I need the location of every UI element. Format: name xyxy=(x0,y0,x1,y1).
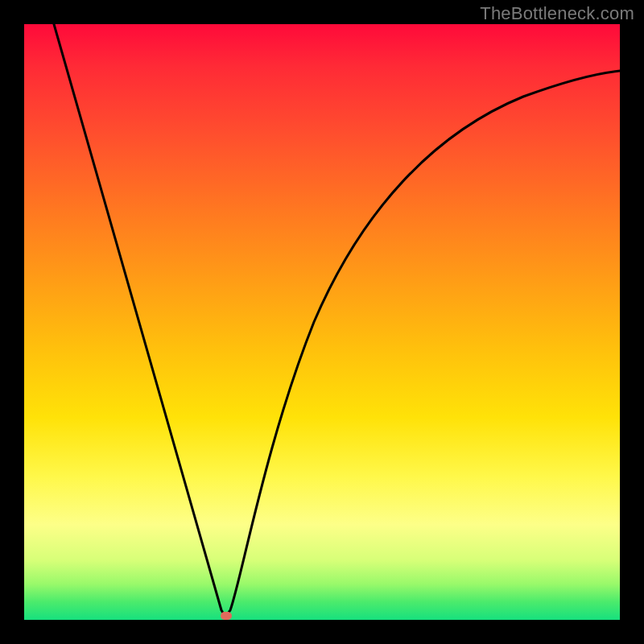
plot-area xyxy=(24,24,620,620)
watermark-text: TheBottleneck.com xyxy=(480,3,634,24)
chart-frame: TheBottleneck.com xyxy=(0,0,644,644)
curve-svg xyxy=(24,24,620,620)
min-point-marker xyxy=(221,612,232,620)
bottleneck-curve-path xyxy=(54,24,620,614)
